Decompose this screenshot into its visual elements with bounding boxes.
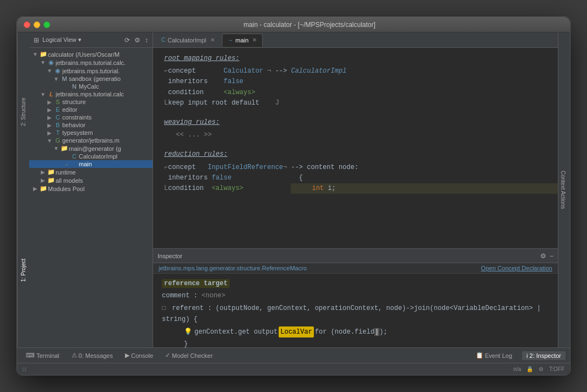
reduction-block: ⌐concept InputFieldReference¬ --> conten… [164, 162, 547, 194]
tree-label: jetbrains.mps.tutorial.calc. [56, 59, 153, 66]
terminal-label: Terminal [36, 352, 59, 359]
inspector-tab-label: 2: Inspector [530, 352, 561, 359]
gear-icon[interactable]: ⚙ [540, 252, 546, 260]
tree-label: generator/jetbrains.m [62, 137, 153, 144]
tree-item-jb1[interactable]: ▼ ◉ jetbrains.mps.tutorial.calc. [29, 58, 153, 67]
reference-target-label: reference target [162, 279, 230, 288]
tree-item-all-models[interactable]: ▶ 📁 all models [29, 176, 153, 184]
tree-item-behavior[interactable]: ▶ B behavior [29, 121, 153, 129]
referent-checkbox[interactable]: □ [162, 304, 166, 312]
tab-main[interactable]: → main ✕ [222, 34, 263, 47]
sync-icon[interactable]: ⟳ [123, 35, 131, 45]
tree-item-runtime[interactable]: ▶ 📁 runtime [29, 168, 153, 176]
bottom-tab-console[interactable]: ▶ Console [121, 351, 157, 360]
status-right-items: n/a 🔒 ⚙ T:OFF [513, 366, 564, 372]
close-brace-row: } [184, 339, 549, 347]
tree-arrow: ▶ [31, 186, 39, 192]
status-bar: □ n/a 🔒 ⚙ T:OFF [17, 363, 570, 375]
editor-area[interactable]: root mapping rules: ⌐concept Calculator … [153, 48, 558, 248]
tree-item-calculator[interactable]: ▼ 📁 calculator (/Users/Oscar/M [29, 50, 153, 58]
tab-bar: C CalculatorImpl ✕ → main ✕ [153, 32, 558, 48]
model-checker-icon: ✓ [165, 352, 170, 359]
inspector-body: reference target comment : <none> □ refe… [153, 274, 558, 347]
comment-value: <none> [202, 292, 225, 300]
tree-item-constraints[interactable]: ▶ C constraints [29, 113, 153, 121]
tree-item-main[interactable]: → main [29, 160, 153, 168]
tab-main-close[interactable]: ✕ [252, 37, 257, 43]
tree-item-sandbox[interactable]: ▼ M sandbox (generatio [29, 75, 153, 83]
tree-item-jb3[interactable]: ▼ L jetbrains.mps.tutorial.calc [29, 90, 153, 98]
left-panel: ⊞ Logical View ▾ ⟳ ⚙ ↕ ▼ 📁 calculator (/… [29, 32, 153, 347]
struct-icon: S [53, 99, 62, 105]
minimize-button[interactable] [34, 21, 40, 28]
tree-arrow: ▶ [46, 115, 53, 121]
main-window: main - calculator - [~/MPSProjects/calcu… [17, 17, 570, 375]
center-area: C CalculatorImpl ✕ → main ✕ root mapping… [153, 32, 558, 347]
body-prefix: genContext.get output [194, 326, 278, 337]
tree-label: runtime [56, 169, 153, 176]
collapse-icon[interactable]: − [550, 252, 553, 260]
body-line-row: 💡 genContext.get output LocalVar for (no… [184, 326, 549, 337]
tree-label: jetbrains.mps.tutorial.calc [56, 91, 153, 97]
close-button[interactable] [24, 21, 30, 28]
tree-arrow: ▶ [46, 99, 53, 105]
position-indicator: n/a [513, 366, 521, 372]
tree-label: jetbrains.mps.tutorial. [62, 68, 153, 74]
folder-icon: 📁 [47, 177, 56, 184]
bottom-tab-event-log[interactable]: 📋 Event Log [471, 351, 517, 360]
bottom-right-area: 📋 Event Log i 2: Inspector [471, 351, 566, 360]
vtab-context-actions[interactable]: Context Actions [560, 171, 566, 209]
maximize-button[interactable] [44, 21, 50, 28]
inspector-icons: ⚙ − [540, 252, 553, 260]
tree-arrow: ▼ [46, 138, 53, 144]
constraint-icon: C [53, 114, 62, 121]
vtab-structure[interactable]: 2: Structure [20, 98, 26, 127]
tree-label: CalculatorImpl [79, 153, 153, 160]
tree-item-generator[interactable]: ▼ G generator/jetbrains.m [29, 137, 153, 144]
tree-item-main-gen[interactable]: ▼ 📁 main@generator (g [29, 144, 153, 153]
tree-label: main [79, 161, 153, 167]
bulb-icon: 💡 [184, 326, 192, 337]
referent-signature: : (outputNode, genContext, operationCont… [162, 304, 541, 323]
local-var-highlight: LocalVar [279, 326, 314, 337]
tree-item-jb2[interactable]: ▼ ◉ jetbrains.mps.tutorial. [29, 67, 153, 75]
comment-colon: : [194, 292, 202, 300]
tab-main-label: main [236, 37, 249, 43]
tree-label: all models [56, 177, 153, 184]
tab-calcimpl-close[interactable]: ✕ [210, 37, 215, 43]
inspector-content: reference target comment : <none> □ refe… [153, 274, 558, 347]
behavior-icon: B [53, 122, 62, 128]
tree-item-typesystem[interactable]: ▶ T typesystem [29, 129, 153, 137]
settings-icon[interactable]: ⚙ [539, 366, 543, 372]
tree-item-editor[interactable]: ▶ E editor [29, 106, 153, 113]
status-box-icon[interactable]: □ [23, 366, 26, 372]
logical-view-label[interactable]: Logical View ▾ [42, 36, 121, 43]
lock-icon[interactable]: 🔒 [526, 366, 533, 372]
reduction-section: reduction rules: ⌐concept InputFieldRefe… [164, 149, 547, 194]
gear-icon[interactable]: ⚙ [133, 35, 142, 45]
project-icon: ⊞ [32, 35, 40, 45]
messages-label: 0: Messages [79, 352, 113, 359]
tree-arrow: ▼ [39, 59, 47, 66]
tree-item-structure[interactable]: ▶ S structure [29, 98, 153, 106]
open-declaration-link[interactable]: Open Concept Declaration [481, 265, 552, 271]
event-log-label: Event Log [485, 352, 513, 359]
model-icon: M [60, 75, 69, 82]
tree-arrow: ▶ [46, 130, 53, 136]
terminal-icon: ⌨ [26, 352, 35, 359]
tree-item-mycalc[interactable]: N MyCalc [29, 83, 153, 90]
tab-calcimpl[interactable]: C CalculatorImpl ✕ [155, 34, 221, 47]
tree-label: sandbox (generatio [69, 75, 153, 82]
tree-arrow: ▼ [39, 91, 47, 97]
tree-label: Modules Pool [48, 186, 153, 192]
tree-item-modules-pool[interactable]: ▶ 📁 Modules Pool [29, 184, 153, 193]
bottom-tab-terminal[interactable]: ⌨ Terminal [21, 351, 64, 360]
bottom-tab-model-checker[interactable]: ✓ Model Checker [161, 351, 217, 360]
sort-icon[interactable]: ↕ [144, 35, 149, 45]
bottom-tab-messages[interactable]: ⚠ 0: Messages [67, 351, 117, 360]
tree-item-calc-impl[interactable]: C CalculatorImpl [29, 153, 153, 160]
vtab-project[interactable]: 1: Project [20, 259, 26, 282]
bottom-tab-inspector[interactable]: i 2: Inspector [522, 351, 566, 360]
folder-icon: 📁 [60, 145, 69, 152]
toggle-status[interactable]: T:OFF [549, 366, 564, 372]
